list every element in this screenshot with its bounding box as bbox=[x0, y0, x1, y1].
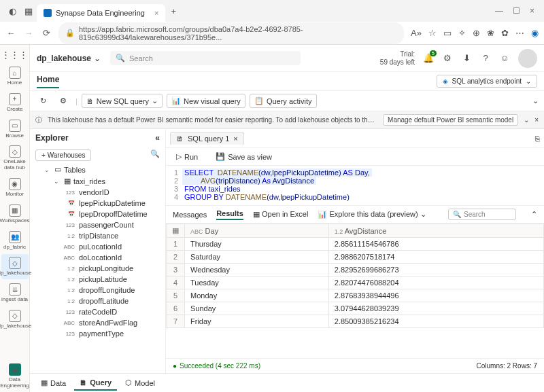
open-excel-button[interactable]: ▦ Open in Excel bbox=[253, 210, 309, 219]
table-row[interactable]: 7Friday2.85009385216234 bbox=[167, 315, 544, 328]
help-icon[interactable]: ? bbox=[480, 53, 491, 64]
collections-icon[interactable]: ▭ bbox=[443, 28, 452, 38]
chevron-down-icon[interactable]: ⌄ bbox=[532, 96, 539, 105]
close-window-icon[interactable]: × bbox=[530, 6, 534, 16]
settings-icon[interactable]: ⚙ bbox=[442, 53, 453, 64]
info-icon: ⓘ bbox=[35, 115, 42, 125]
table-row[interactable]: 4Tuesday2.82074476088204 bbox=[167, 277, 544, 289]
rail-dplakehouse2[interactable]: ◇dp_lakehouse bbox=[1, 307, 29, 332]
app-launcher-icon[interactable]: ⋮⋮⋮ bbox=[10, 49, 20, 60]
read-aloud-icon[interactable]: A» bbox=[411, 28, 422, 38]
notifications-icon[interactable]: 🔔5 bbox=[423, 53, 434, 64]
rail-dpfabric[interactable]: 👥dp_fabric bbox=[1, 228, 29, 253]
tree-column[interactable]: 123passengerCount bbox=[33, 219, 165, 230]
refresh-icon[interactable]: ⟳ bbox=[41, 28, 52, 39]
chevron-down-icon[interactable]: ⌄ bbox=[94, 54, 101, 63]
tree-column[interactable]: 1.2tripDistance bbox=[33, 230, 165, 241]
rail-dataeng[interactable]: ◆Data Engineering bbox=[1, 361, 29, 392]
btab-data[interactable]: ▦ Data bbox=[35, 376, 71, 390]
maximize-icon[interactable]: ☐ bbox=[513, 6, 520, 16]
rail-onelake[interactable]: ◇OneLake data hub bbox=[1, 143, 29, 174]
table-row[interactable]: 3Wednesday2.82952699686273 bbox=[167, 264, 544, 277]
btab-query[interactable]: 🗎 Query bbox=[74, 376, 117, 391]
search-icon[interactable]: 🔍 bbox=[150, 149, 160, 161]
avatar[interactable] bbox=[518, 49, 537, 68]
save-view-button[interactable]: 💾 Save as view bbox=[211, 149, 277, 164]
tab-results[interactable]: Results bbox=[216, 209, 243, 220]
table-row[interactable]: 5Monday2.87683938944496 bbox=[167, 289, 544, 302]
feedback-icon[interactable]: ☺ bbox=[499, 53, 510, 64]
breadcrumb[interactable]: dp_lakehouse ⌄ bbox=[33, 51, 105, 66]
download-icon[interactable]: ⬇ bbox=[461, 53, 472, 64]
editor-panel: 🗎 SQL query 1 × ⎘ ▷ Run 💾 Save as view 1… bbox=[166, 129, 544, 373]
rail-ingest[interactable]: ⇊ingest data bbox=[1, 281, 29, 306]
tree-column[interactable]: 123vendorID bbox=[33, 187, 165, 198]
close-tab-icon[interactable]: × bbox=[233, 135, 237, 143]
new-tab-button[interactable]: + bbox=[168, 5, 179, 16]
query-tab[interactable]: 🗎 SQL query 1 × bbox=[170, 132, 244, 145]
table-row[interactable]: 6Sunday3.07944628039239 bbox=[167, 302, 544, 315]
table-row[interactable]: 1Thursday2.85611154546786 bbox=[167, 238, 544, 251]
ext4-icon[interactable]: ✿ bbox=[501, 28, 509, 38]
rail-dplakehouse[interactable]: ◇dp_lakehouse bbox=[1, 254, 29, 279]
query-activity-button[interactable]: 📋Query activity bbox=[250, 94, 317, 108]
tree-table-taxi-rides[interactable]: ⌄▦ taxi_rides bbox=[33, 175, 165, 187]
profile-icon[interactable]: ◐ bbox=[7, 5, 18, 16]
rail-create[interactable]: +Create bbox=[1, 90, 29, 115]
copy-icon[interactable]: ⎘ bbox=[535, 135, 540, 143]
tree-column[interactable]: 1.2dropoffLatitude bbox=[33, 296, 165, 306]
rail-monitor[interactable]: ◉Monitor bbox=[1, 175, 29, 200]
close-banner-icon[interactable]: × bbox=[534, 116, 539, 124]
collapse-results-icon[interactable]: ⌃ bbox=[531, 210, 537, 219]
tree-column[interactable]: ABCdoLocationId bbox=[33, 252, 165, 263]
rail-workspaces[interactable]: ▦Workspaces bbox=[1, 202, 29, 227]
add-warehouse-button[interactable]: + Warehouses bbox=[35, 149, 91, 161]
tree-column[interactable]: 123paymentType bbox=[33, 328, 165, 339]
tree-folder-tables[interactable]: ⌄▭ Tables bbox=[33, 164, 165, 175]
ext1-icon[interactable]: ✧ bbox=[458, 28, 466, 38]
tree-column[interactable]: 123rateCodeID bbox=[33, 306, 165, 317]
results-grid[interactable]: ▦ ABC Day 1.2 AvgDistance 1Thursday2.856… bbox=[166, 224, 544, 328]
manage-model-button[interactable]: Manage default Power BI semantic model bbox=[383, 114, 518, 126]
result-tabs: Messages Results ▦ Open in Excel 📊 Explo… bbox=[166, 205, 544, 224]
tree-column[interactable]: ABCstoreAndFwdFlag bbox=[33, 317, 165, 328]
chevron-icon[interactable]: ⌄ bbox=[524, 116, 529, 124]
ext2-icon[interactable]: ⊕ bbox=[473, 28, 480, 38]
settings-button[interactable]: ⚙ bbox=[55, 94, 71, 108]
tree-column[interactable]: 1.2pickupLatitude bbox=[33, 274, 165, 285]
run-button[interactable]: ▷ Run bbox=[171, 149, 203, 164]
tree-column[interactable]: 1.2dropoffLongitude bbox=[33, 285, 165, 296]
tree-column[interactable]: ABCpuLocationId bbox=[33, 241, 165, 252]
tree-column[interactable]: 📅lpepPickupDatetime bbox=[33, 198, 165, 209]
back-icon[interactable]: ← bbox=[5, 28, 16, 39]
table-row[interactable]: 2Saturday2.9886207518174 bbox=[167, 251, 544, 264]
ext3-icon[interactable]: ❀ bbox=[487, 28, 494, 38]
explore-data-button[interactable]: 📊 Explore this data (preview) ⌄ bbox=[318, 210, 426, 219]
tab-messages[interactable]: Messages bbox=[173, 211, 207, 219]
collapse-icon[interactable]: « bbox=[155, 133, 160, 143]
tree-column[interactable]: 📅lpepDropoffDatetime bbox=[33, 209, 165, 219]
new-visual-query-button[interactable]: 📊New visual query bbox=[167, 94, 245, 108]
tab-home[interactable]: Home bbox=[37, 75, 59, 88]
copilot-icon[interactable]: ◉ bbox=[531, 28, 539, 38]
close-icon[interactable]: × bbox=[154, 9, 158, 17]
forward-icon[interactable]: → bbox=[23, 28, 34, 39]
chevron-down-icon: ⌄ bbox=[526, 77, 531, 85]
browser-tab[interactable]: Synapse Data Engineering × bbox=[37, 4, 165, 22]
url-input[interactable]: 🔒 https://app.fabric.microsoft.com/group… bbox=[58, 22, 404, 44]
results-search[interactable]: 🔍 Search bbox=[448, 209, 516, 220]
sql-icon: 🗎 bbox=[86, 97, 94, 105]
new-sql-query-button[interactable]: 🗎New SQL query⌄ bbox=[82, 94, 163, 108]
minimize-icon[interactable]: — bbox=[495, 6, 503, 16]
tabs-icon[interactable]: ▦ bbox=[23, 5, 34, 16]
favorite-icon[interactable]: ☆ bbox=[428, 28, 437, 38]
rail-browse[interactable]: ▭Browse bbox=[1, 117, 29, 142]
more-icon[interactable]: ⋯ bbox=[515, 28, 524, 38]
tree-column[interactable]: 1.2pickupLongitude bbox=[33, 263, 165, 274]
search-input[interactable]: 🔍 Search bbox=[110, 51, 301, 65]
endpoint-selector[interactable]: ◈ SQL analytics endpoint ⌄ bbox=[437, 75, 537, 88]
sql-editor[interactable]: 1 SELECT DATENAME(dw,lpepPickupDatetime)… bbox=[166, 166, 544, 205]
refresh-button[interactable]: ↻ bbox=[35, 94, 51, 108]
rail-home[interactable]: ⌂Home bbox=[1, 64, 29, 89]
btab-model[interactable]: ⬡ Model bbox=[120, 376, 160, 390]
